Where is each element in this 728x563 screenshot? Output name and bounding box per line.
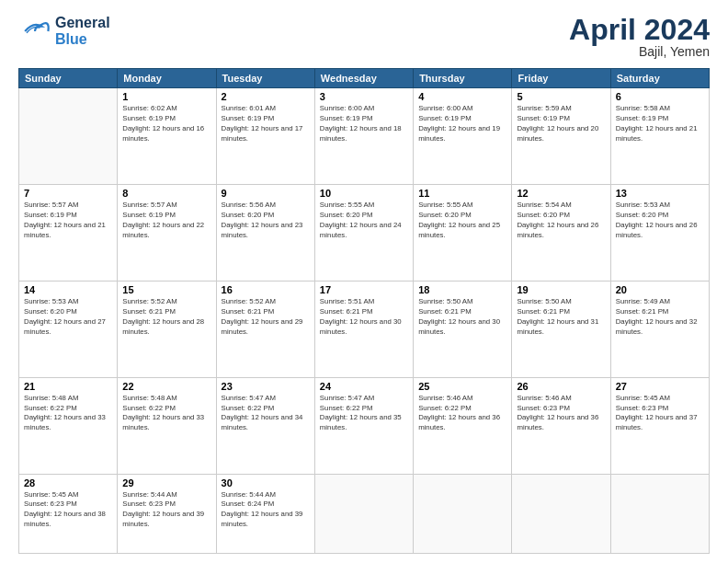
sunrise-text: Sunrise: 5:50 AM (418, 297, 506, 307)
table-row (314, 474, 413, 553)
table-row: 21Sunrise: 5:48 AMSunset: 6:22 PMDayligh… (19, 377, 118, 474)
sunset-text: Sunset: 6:19 PM (418, 114, 506, 124)
sunset-text: Sunset: 6:19 PM (222, 114, 310, 124)
sunset-text: Sunset: 6:23 PM (517, 404, 605, 414)
day-info: Sunrise: 5:49 AMSunset: 6:21 PMDaylight:… (616, 297, 704, 338)
day-number: 9 (222, 188, 310, 199)
table-row (610, 474, 709, 553)
sunrise-text: Sunrise: 5:44 AM (122, 490, 210, 500)
sunrise-text: Sunrise: 6:00 AM (418, 104, 506, 114)
sunrise-text: Sunrise: 6:01 AM (222, 104, 310, 114)
table-row: 19Sunrise: 5:50 AMSunset: 6:21 PMDayligh… (512, 281, 610, 377)
day-number: 2 (222, 91, 310, 102)
daylight-text: Daylight: 12 hours and 39 minutes. (122, 510, 210, 530)
daylight-text: Daylight: 12 hours and 37 minutes. (616, 413, 704, 433)
sunrise-text: Sunrise: 5:48 AM (24, 394, 112, 404)
logo: General Blue (18, 15, 110, 48)
daylight-text: Daylight: 12 hours and 21 minutes. (616, 124, 704, 144)
daylight-text: Daylight: 12 hours and 38 minutes. (24, 510, 112, 530)
day-info: Sunrise: 6:02 AMSunset: 6:19 PMDaylight:… (122, 104, 210, 144)
day-info: Sunrise: 5:48 AMSunset: 6:22 PMDaylight:… (122, 394, 210, 434)
day-number: 22 (122, 381, 210, 392)
table-row: 10Sunrise: 5:55 AMSunset: 6:20 PMDayligh… (314, 184, 413, 281)
daylight-text: Daylight: 12 hours and 31 minutes. (517, 317, 605, 338)
day-number: 12 (517, 188, 605, 199)
table-row: 18Sunrise: 5:50 AMSunset: 6:21 PMDayligh… (414, 281, 512, 377)
day-number: 18 (418, 284, 506, 295)
daylight-text: Daylight: 12 hours and 19 minutes. (418, 124, 506, 144)
day-number: 25 (418, 381, 506, 392)
col-friday: Friday (512, 69, 610, 88)
daylight-text: Daylight: 12 hours and 36 minutes. (418, 413, 506, 433)
sunrise-text: Sunrise: 5:46 AM (418, 394, 506, 404)
day-info: Sunrise: 5:51 AMSunset: 6:21 PMDaylight:… (320, 297, 408, 338)
sunset-text: Sunset: 6:22 PM (222, 404, 310, 414)
day-info: Sunrise: 5:59 AMSunset: 6:19 PMDaylight:… (517, 104, 605, 144)
table-row: 7Sunrise: 5:57 AMSunset: 6:19 PMDaylight… (19, 184, 118, 281)
sunrise-text: Sunrise: 5:44 AM (222, 490, 310, 500)
sunset-text: Sunset: 6:19 PM (122, 114, 210, 124)
sunrise-text: Sunrise: 5:49 AM (616, 297, 704, 307)
sunset-text: Sunset: 6:20 PM (517, 211, 605, 221)
sunrise-text: Sunrise: 5:57 AM (24, 201, 112, 211)
daylight-text: Daylight: 12 hours and 20 minutes. (517, 124, 605, 144)
table-row: 12Sunrise: 5:54 AMSunset: 6:20 PMDayligh… (512, 184, 610, 281)
sunrise-text: Sunrise: 6:00 AM (320, 104, 408, 114)
table-row: 9Sunrise: 5:56 AMSunset: 6:20 PMDaylight… (216, 184, 314, 281)
sunrise-text: Sunrise: 5:47 AM (320, 394, 408, 404)
month-title: April 2024 (569, 15, 710, 44)
sunset-text: Sunset: 6:20 PM (320, 211, 408, 221)
col-monday: Monday (118, 69, 216, 88)
day-number: 5 (517, 91, 605, 102)
day-info: Sunrise: 5:58 AMSunset: 6:19 PMDaylight:… (616, 104, 704, 144)
sunset-text: Sunset: 6:21 PM (418, 307, 506, 317)
daylight-text: Daylight: 12 hours and 36 minutes. (517, 413, 605, 433)
table-row: 25Sunrise: 5:46 AMSunset: 6:22 PMDayligh… (414, 377, 512, 474)
calendar-header-row: Sunday Monday Tuesday Wednesday Thursday… (19, 69, 710, 88)
day-number: 26 (517, 381, 605, 392)
day-info: Sunrise: 5:45 AMSunset: 6:23 PMDaylight:… (24, 490, 112, 531)
table-row: 11Sunrise: 5:55 AMSunset: 6:20 PMDayligh… (414, 184, 512, 281)
table-row: 16Sunrise: 5:52 AMSunset: 6:21 PMDayligh… (216, 281, 314, 377)
page: General Blue April 2024 Bajil, Yemen Sun… (0, 0, 728, 563)
sunset-text: Sunset: 6:19 PM (517, 114, 605, 124)
day-info: Sunrise: 5:50 AMSunset: 6:21 PMDaylight:… (517, 297, 605, 338)
sunrise-text: Sunrise: 5:53 AM (24, 297, 112, 307)
sunrise-text: Sunrise: 5:46 AM (517, 394, 605, 404)
daylight-text: Daylight: 12 hours and 25 minutes. (418, 221, 506, 241)
table-row (19, 88, 118, 185)
sunrise-text: Sunrise: 5:48 AM (122, 394, 210, 404)
daylight-text: Daylight: 12 hours and 17 minutes. (222, 124, 310, 144)
day-number: 6 (616, 91, 704, 102)
day-info: Sunrise: 5:57 AMSunset: 6:19 PMDaylight:… (24, 201, 112, 241)
sunset-text: Sunset: 6:22 PM (320, 404, 408, 414)
day-number: 4 (418, 91, 506, 102)
daylight-text: Daylight: 12 hours and 34 minutes. (222, 413, 310, 433)
day-info: Sunrise: 5:47 AMSunset: 6:22 PMDaylight:… (320, 394, 408, 434)
col-wednesday: Wednesday (314, 69, 413, 88)
table-row: 4Sunrise: 6:00 AMSunset: 6:19 PMDaylight… (414, 88, 512, 185)
sunrise-text: Sunrise: 6:02 AM (122, 104, 210, 114)
day-number: 28 (24, 477, 112, 488)
day-number: 15 (122, 284, 210, 295)
table-row: 30Sunrise: 5:44 AMSunset: 6:24 PMDayligh… (216, 474, 314, 553)
day-info: Sunrise: 5:57 AMSunset: 6:19 PMDaylight:… (122, 201, 210, 241)
table-row: 28Sunrise: 5:45 AMSunset: 6:23 PMDayligh… (19, 474, 118, 553)
daylight-text: Daylight: 12 hours and 18 minutes. (320, 124, 408, 144)
daylight-text: Daylight: 12 hours and 23 minutes. (222, 221, 310, 241)
day-info: Sunrise: 5:48 AMSunset: 6:22 PMDaylight:… (24, 394, 112, 434)
table-row (512, 474, 610, 553)
logo-icon (18, 15, 51, 48)
sunset-text: Sunset: 6:19 PM (24, 211, 112, 221)
table-row: 3Sunrise: 6:00 AMSunset: 6:19 PMDaylight… (314, 88, 413, 185)
day-number: 24 (320, 381, 408, 392)
table-row: 5Sunrise: 5:59 AMSunset: 6:19 PMDaylight… (512, 88, 610, 185)
sunset-text: Sunset: 6:19 PM (320, 114, 408, 124)
sunrise-text: Sunrise: 5:45 AM (616, 394, 704, 404)
col-tuesday: Tuesday (216, 69, 314, 88)
daylight-text: Daylight: 12 hours and 28 minutes. (122, 317, 210, 338)
day-number: 29 (122, 477, 210, 488)
daylight-text: Daylight: 12 hours and 32 minutes. (616, 317, 704, 338)
col-saturday: Saturday (610, 69, 709, 88)
daylight-text: Daylight: 12 hours and 39 minutes. (222, 510, 310, 530)
